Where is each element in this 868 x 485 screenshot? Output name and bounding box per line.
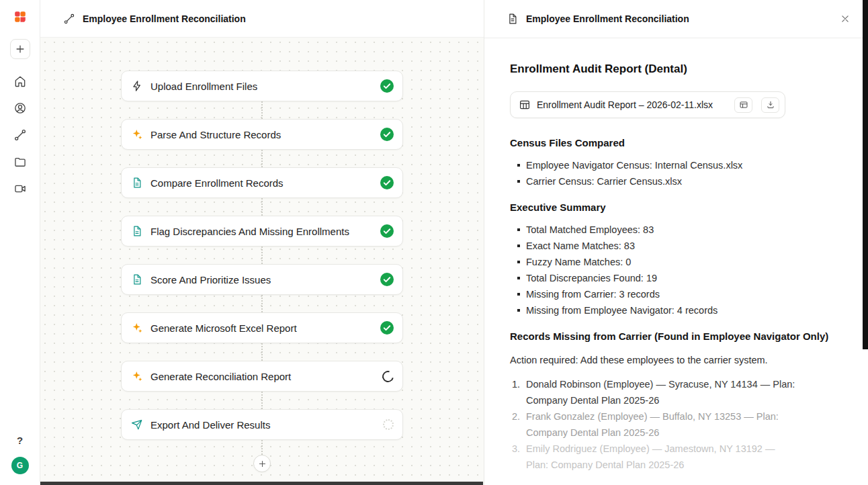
view-table-button[interactable]: [734, 97, 752, 113]
census-list: Employee Navigator Census: Internal Cens…: [510, 157, 845, 189]
sidebar-item-workflows[interactable]: [10, 125, 30, 145]
download-file-button[interactable]: [761, 97, 779, 113]
section-heading-summary: Executive Summary: [510, 200, 845, 215]
workflow-steps: Upload Enrollment Files Parse And Struct…: [40, 38, 484, 485]
step-card-parse-records[interactable]: Parse And Structure Records: [121, 119, 403, 150]
workflow-canvas: Employee Enrollment Reconciliation Uploa…: [40, 0, 484, 485]
step-connector: [261, 101, 263, 119]
sparkles-icon: [131, 128, 143, 140]
status-done-icon: [380, 273, 394, 286]
list-item: Missing from Carrier: 3 records: [510, 286, 845, 302]
home-icon: [13, 75, 27, 88]
status-done-icon: [380, 79, 394, 93]
sidebar-item-recordings[interactable]: [10, 179, 30, 199]
step-card-generate-reconciliation-report[interactable]: Generate Reconciliation Report: [121, 361, 403, 392]
list-item: Carrier Census: Carrier Census.xlsx: [510, 173, 845, 189]
record-item: Donald Robinson (Employee) — Syracuse, N…: [510, 376, 798, 408]
user-avatar[interactable]: G: [11, 457, 29, 474]
help-button[interactable]: ?: [11, 431, 29, 449]
step-connector: [261, 295, 263, 312]
close-panel-button[interactable]: [836, 9, 855, 28]
section-heading-missing-records: Records Missing from Carrier (Found in E…: [510, 329, 845, 344]
step-label: Export And Deliver Results: [150, 419, 376, 431]
send-icon: [131, 418, 143, 431]
report-body: Enrollment Audit Report (Dental) Enrollm…: [484, 38, 868, 485]
step-card-flag-discrepancies[interactable]: Flag Discrepancies And Missing Enrollmen…: [121, 216, 403, 247]
step-label: Generate Microsoft Excel Report: [150, 322, 373, 334]
step-label: Generate Reconciliation Report: [150, 371, 375, 382]
video-icon: [13, 182, 27, 195]
step-connector: [261, 343, 263, 361]
step-card-compare-records[interactable]: Compare Enrollment Records: [121, 167, 403, 198]
status-done-icon: [380, 224, 394, 238]
record-item: Frank Gonzalez (Employee) — Buffalo, NY …: [510, 408, 798, 441]
step-connector: [261, 198, 263, 216]
step-card-score-issues[interactable]: Score And Prioritize Issues: [121, 264, 403, 295]
canvas-header: Employee Enrollment Reconciliation: [40, 0, 484, 38]
question-icon: ?: [17, 435, 23, 446]
sparkles-icon: [131, 322, 143, 334]
step-label: Compare Enrollment Records: [150, 177, 373, 189]
report-file-attachment[interactable]: Enrollment Audit Report – 2026-02-11.xls…: [510, 91, 785, 118]
list-item: Fuzzy Name Matches: 0: [510, 254, 845, 270]
app-logo: [13, 9, 28, 24]
avatar-initial: G: [17, 461, 23, 470]
step-connector: [261, 392, 263, 409]
vertical-scrollbar[interactable]: [863, 0, 868, 349]
list-item: Total Discrepancies Found: 19: [510, 270, 845, 286]
panel-header: Employee Enrollment Reconciliation: [484, 0, 868, 38]
step-label: Upload Enrollment Files: [150, 81, 373, 92]
sidebar-item-home[interactable]: [10, 71, 30, 91]
close-icon: [839, 13, 851, 25]
sidebar-item-files[interactable]: [10, 152, 30, 172]
status-pending-spinner: [383, 419, 394, 430]
sidebar-item-users[interactable]: [10, 98, 30, 118]
step-connector: [261, 440, 263, 455]
lightning-icon: [131, 80, 143, 92]
list-item: Employee Navigator Census: Internal Cens…: [510, 157, 845, 173]
file-icon: [131, 273, 143, 285]
record-item: Emily Rodriguez (Employee) — Jamestown, …: [510, 441, 798, 473]
section-heading-census: Census Files Compared: [510, 136, 845, 150]
workflow-icon: [13, 128, 27, 142]
spreadsheet-icon: [519, 99, 531, 111]
status-done-icon: [380, 321, 394, 335]
missing-records-list: Donald Robinson (Employee) — Syracuse, N…: [510, 376, 798, 473]
status-done-icon: [380, 128, 394, 141]
folder-icon: [13, 155, 27, 169]
report-icon: [507, 13, 519, 25]
file-name: Enrollment Audit Report – 2026-02-11.xls…: [537, 97, 728, 113]
workflow-title: Employee Enrollment Reconciliation: [83, 13, 246, 24]
new-workflow-button[interactable]: [10, 39, 30, 59]
users-icon: [13, 101, 27, 115]
list-item: Missing from Employee Navigator: 4 recor…: [510, 302, 845, 318]
workflow-icon: [63, 13, 75, 25]
list-item: Total Matched Employees: 83: [510, 222, 845, 238]
app-window: ? G Employee Enrollment Reconciliation U…: [0, 0, 868, 485]
download-icon: [766, 100, 775, 109]
step-card-generate-excel-report[interactable]: Generate Microsoft Excel Report: [121, 312, 403, 343]
sparkles-icon: [131, 370, 143, 382]
table-view-icon: [739, 100, 748, 109]
file-icon: [131, 177, 143, 189]
report-heading: Enrollment Audit Report (Dental): [510, 61, 845, 77]
report-panel: Employee Enrollment Reconciliation Enrol…: [484, 0, 868, 485]
step-card-upload-enrollment-files[interactable]: Upload Enrollment Files: [121, 71, 403, 101]
step-label: Flag Discrepancies And Missing Enrollmen…: [150, 226, 373, 237]
step-card-export-results[interactable]: Export And Deliver Results: [121, 409, 403, 440]
rail-nav: [10, 71, 30, 199]
file-icon: [131, 225, 143, 237]
panel-title: Employee Enrollment Reconciliation: [526, 13, 828, 24]
icon-rail: ? G: [0, 0, 40, 485]
status-running-spinner: [380, 368, 396, 384]
step-label: Score And Prioritize Issues: [150, 274, 373, 285]
step-label: Parse And Structure Records: [150, 129, 373, 140]
step-connector: [261, 150, 263, 167]
step-connector: [261, 247, 263, 264]
horizontal-scrollbar[interactable]: [40, 482, 483, 485]
action-required-text: Action required: Add these employees to …: [510, 352, 845, 368]
status-done-icon: [380, 176, 394, 189]
summary-list: Total Matched Employees: 83 Exact Name M…: [510, 222, 845, 318]
add-step-button[interactable]: [253, 455, 271, 472]
list-item: Exact Name Matches: 83: [510, 238, 845, 254]
